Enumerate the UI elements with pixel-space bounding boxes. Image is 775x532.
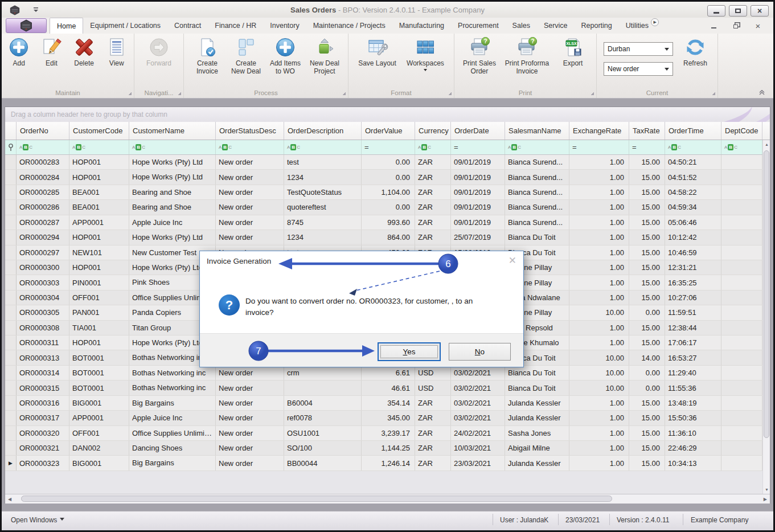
- table-row[interactable]: OR0000285BEA001Bearing and ShoeNew order…: [5, 185, 770, 200]
- group-by-panel[interactable]: Drag a column header here to group by th…: [5, 107, 770, 122]
- tab-procurement[interactable]: Procurement: [451, 18, 506, 34]
- column-header-ordertime[interactable]: OrderTime: [665, 122, 721, 140]
- table-row[interactable]: OR0000294HOP001Hope Works (Pty) LtdNew o…: [5, 230, 770, 245]
- table-row[interactable]: OR0000321DAN002Dancing ShoesNew orderSO/…: [5, 441, 770, 456]
- filter-cell-ordertime[interactable]: ABC: [665, 140, 721, 154]
- mdi-restore-button[interactable]: [731, 21, 741, 30]
- no-button[interactable]: No: [449, 343, 511, 361]
- tab-sales[interactable]: Sales: [506, 18, 537, 34]
- status-combobox[interactable]: New order: [604, 62, 673, 76]
- column-header-currency[interactable]: Currency: [415, 122, 451, 140]
- vertical-scrollbar[interactable]: ▲ ▼: [762, 140, 770, 494]
- filter-cell-salesmanname[interactable]: ABC: [505, 140, 569, 154]
- yes-button[interactable]: Yes: [378, 343, 440, 361]
- view-button[interactable]: View: [101, 36, 132, 68]
- export-button[interactable]: XLSXExport: [557, 36, 588, 75]
- group-dialog-launcher-icon[interactable]: [342, 92, 346, 95]
- cell-customercode: HOP001: [69, 170, 129, 184]
- column-header-orderdate[interactable]: OrderDate: [451, 122, 505, 140]
- application-button[interactable]: [6, 18, 47, 33]
- location-combobox[interactable]: Durban: [604, 42, 673, 56]
- scroll-down-icon[interactable]: ▼: [765, 488, 769, 492]
- tab-reporting[interactable]: Reporting: [575, 18, 619, 34]
- forward-button[interactable]: Forward: [143, 36, 174, 68]
- mdi-minimize-button[interactable]: [708, 21, 719, 30]
- filter-cell-orderdate[interactable]: =: [451, 140, 505, 154]
- horizontal-scrollbar-thumb[interactable]: [21, 496, 612, 502]
- tab-utilities[interactable]: Utilities: [619, 18, 655, 34]
- filter-cell-ordervalue[interactable]: =: [362, 140, 415, 154]
- tab-home[interactable]: Home: [50, 18, 83, 34]
- filter-cell-customername[interactable]: ABC: [129, 140, 216, 154]
- row-indicator: [5, 350, 17, 365]
- filter-cell-orderno[interactable]: ABC: [17, 140, 69, 154]
- add-button[interactable]: Add: [3, 36, 34, 68]
- table-row[interactable]: OR0000316BIG0001Big BargainsNew orderB60…: [5, 396, 770, 411]
- scroll-right-icon[interactable]: ▶: [764, 497, 767, 502]
- delete-button[interactable]: Delete: [69, 36, 100, 68]
- tab-contract[interactable]: Contract: [167, 18, 208, 34]
- table-row[interactable]: OR0000284HOP001Hope Works (Pty) LtdNew o…: [5, 170, 770, 185]
- create-invoice-button[interactable]: Create Invoice: [192, 36, 223, 75]
- horizontal-scrollbar[interactable]: ◀ ▶: [5, 494, 770, 504]
- column-header-taxrate[interactable]: TaxRate: [629, 122, 665, 140]
- filter-cell-orderstatusdesc[interactable]: ABC: [216, 140, 284, 154]
- column-header-orderstatusdesc[interactable]: OrderStatusDesc: [216, 122, 284, 140]
- filter-cell-deptcode[interactable]: ABC: [721, 140, 762, 154]
- group-dialog-launcher-icon[interactable]: [591, 92, 594, 95]
- column-header-orderdescription[interactable]: OrderDescription: [284, 122, 362, 140]
- filter-cell-customercode[interactable]: ABC: [69, 140, 129, 154]
- table-row[interactable]: OR0000314BOT0001Bothas Networking incNew…: [5, 366, 770, 380]
- scroll-up-icon[interactable]: ▲: [765, 142, 769, 146]
- tab-scroll-right-icon[interactable]: ▶: [651, 18, 659, 26]
- group-dialog-launcher-icon[interactable]: [712, 92, 715, 95]
- filter-cell-orderdescription[interactable]: ABC: [284, 140, 362, 154]
- tab-maintenance-projects[interactable]: Maintenance / Projects: [306, 18, 392, 34]
- print-sales-order-button[interactable]: ?Print Sales Order: [462, 36, 497, 75]
- table-row[interactable]: OR0000317APP0001Apple Juice IncNew order…: [5, 411, 770, 425]
- column-header-deptcode[interactable]: DeptCode: [721, 122, 762, 140]
- column-header-ordervalue[interactable]: OrderValue: [362, 122, 415, 140]
- filter-cell-currency[interactable]: ABC: [415, 140, 451, 154]
- group-dialog-launcher-icon[interactable]: [128, 92, 132, 95]
- close-button[interactable]: ×: [751, 5, 769, 17]
- tab-service[interactable]: Service: [537, 18, 575, 34]
- table-row[interactable]: OR0000286BEA001Bearing and ShoeNew order…: [5, 200, 770, 215]
- create-new-deal-button[interactable]: Create New Deal: [231, 36, 261, 75]
- dialog-close-icon[interactable]: ✕: [509, 255, 516, 267]
- column-header-customername[interactable]: CustomerName: [129, 122, 216, 140]
- minimize-button[interactable]: [707, 5, 725, 17]
- table-row[interactable]: OR0000315BOT0001Bothas Networking incNew…: [5, 380, 770, 395]
- save-layout-button[interactable]: Save Layout: [358, 36, 397, 73]
- group-dialog-launcher-icon[interactable]: [448, 92, 452, 95]
- table-row[interactable]: OR0000320OFF001Office Supplies Unlimited…: [5, 426, 770, 441]
- mdi-close-button[interactable]: ×: [753, 21, 763, 30]
- filter-cell-taxrate[interactable]: =: [629, 140, 665, 154]
- edit-button[interactable]: Edit: [36, 36, 67, 68]
- scroll-left-icon[interactable]: ◀: [8, 497, 11, 502]
- table-row[interactable]: ▶OR0000323BIG0001Big BargainsNew orderBB…: [5, 456, 770, 470]
- refresh-button[interactable]: Refresh: [680, 36, 711, 76]
- workspaces-button[interactable]: Workspaces: [406, 36, 445, 73]
- open-windows-button[interactable]: Open Windows: [11, 516, 64, 524]
- group-dialog-launcher-icon[interactable]: [178, 92, 181, 95]
- new-deal-project-button[interactable]: New Deal Project: [309, 36, 340, 75]
- cell-salesmanname: Bianca Surend...: [505, 155, 569, 169]
- column-header-customercode[interactable]: CustomerCode: [69, 122, 129, 140]
- tab-manufacturing[interactable]: Manufacturing: [392, 18, 451, 34]
- column-header-orderno[interactable]: OrderNo: [17, 122, 69, 140]
- vertical-scrollbar-thumb[interactable]: [764, 150, 769, 438]
- tab-finance-hr[interactable]: Finance / HR: [208, 18, 263, 34]
- print-proforma-invoice-button[interactable]: ?Print Proforma Invoice: [505, 36, 550, 75]
- column-header-exchangerate[interactable]: ExchangeRate: [569, 122, 629, 140]
- table-row[interactable]: OR0000283HOP001Hope Works (Pty) LtdNew o…: [5, 155, 770, 170]
- tab-inventory[interactable]: Inventory: [263, 18, 306, 34]
- filter-cell-exchangerate[interactable]: =: [569, 140, 629, 154]
- ribbon-collapse-icon[interactable]: [758, 90, 765, 95]
- cell-salesmanname: Sasha Jones: [505, 426, 569, 440]
- tab-equipment-locations[interactable]: Equipment / Locations: [83, 18, 167, 34]
- column-header-salesmanname[interactable]: SalesmanName: [505, 122, 569, 140]
- add-items-to-wo-button[interactable]: Add Items to WO: [269, 36, 301, 75]
- maximize-button[interactable]: [729, 5, 747, 17]
- table-row[interactable]: OR0000287APP0001Apple Juice IncNew order…: [5, 215, 770, 230]
